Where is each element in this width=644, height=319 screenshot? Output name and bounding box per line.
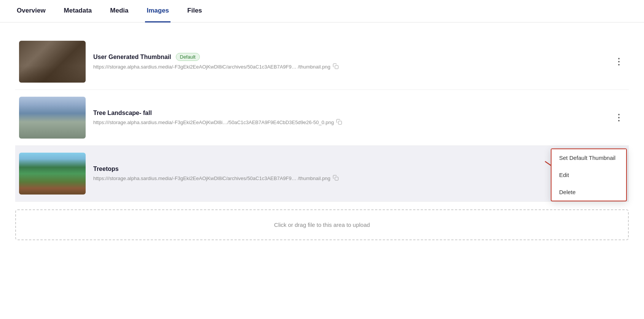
image-title-row: User Generated ThumbnailDefault — [93, 53, 602, 61]
image-item-img3: Treetopshttps:///storage.alpha.sardius.m… — [15, 146, 629, 202]
image-item-img1: User Generated ThumbnailDefaulthttps:///… — [15, 34, 629, 90]
more-options-button[interactable] — [613, 112, 625, 124]
url-text: https:///storage.alpha.sardius.media/-F3… — [93, 64, 330, 70]
image-thumbnail — [19, 97, 86, 139]
tabs-nav: OverviewMetadataMediaImagesFiles — [0, 0, 644, 22]
more-options-button[interactable] — [613, 56, 625, 68]
image-item-img2: Tree Landscape- fallhttps:///storage.alp… — [15, 90, 629, 146]
items-container: User Generated ThumbnailDefaulthttps:///… — [15, 34, 629, 202]
image-title-row: Tree Landscape- fall — [93, 110, 602, 116]
context-menu-item-edit[interactable]: Edit — [552, 166, 626, 183]
image-list: User Generated ThumbnailDefaulthttps:///… — [15, 34, 629, 202]
upload-label: Click or drag file to this area to uploa… — [274, 222, 370, 228]
tab-metadata[interactable]: Metadata — [62, 0, 94, 22]
copy-icon[interactable] — [336, 119, 342, 126]
image-title: User Generated Thumbnail — [93, 54, 171, 61]
image-title: Treetops — [93, 166, 119, 172]
image-url: https:///storage.alpha.sardius.media/-F3… — [93, 63, 602, 70]
tab-files[interactable]: Files — [186, 0, 204, 22]
main-content: User Generated ThumbnailDefaulthttps:///… — [0, 22, 644, 252]
image-url: https:///storage.alpha.sardius.media/-F3… — [93, 175, 602, 182]
svg-rect-0 — [335, 65, 338, 69]
image-info: Tree Landscape- fallhttps:///storage.alp… — [93, 110, 602, 126]
svg-rect-2 — [335, 177, 338, 180]
context-menu-item-set-default[interactable]: Set Default Thumbnail — [552, 149, 626, 166]
image-info: Treetopshttps:///storage.alpha.sardius.m… — [93, 166, 602, 182]
url-text: https:///storage.alpha.sardius.media/-F3… — [93, 120, 334, 125]
context-menu-item-delete[interactable]: Delete — [552, 183, 626, 201]
context-menu: Set Default ThumbnailEditDelete — [551, 148, 627, 201]
image-thumbnail — [19, 41, 86, 83]
tab-overview[interactable]: Overview — [15, 0, 47, 22]
image-title-row: Treetops — [93, 166, 602, 172]
url-text: https:///storage.alpha.sardius.media/-F3… — [93, 175, 330, 181]
copy-icon[interactable] — [333, 63, 339, 70]
copy-icon[interactable] — [333, 175, 339, 182]
image-info: User Generated ThumbnailDefaulthttps:///… — [93, 53, 602, 70]
svg-rect-1 — [338, 121, 342, 124]
tab-images[interactable]: Images — [145, 0, 171, 22]
upload-area[interactable]: Click or drag file to this area to uploa… — [15, 209, 629, 240]
tab-media[interactable]: Media — [108, 0, 130, 22]
default-badge: Default — [176, 53, 200, 61]
image-url: https:///storage.alpha.sardius.media/-F3… — [93, 119, 602, 126]
image-title: Tree Landscape- fall — [93, 110, 152, 116]
image-thumbnail — [19, 153, 86, 195]
